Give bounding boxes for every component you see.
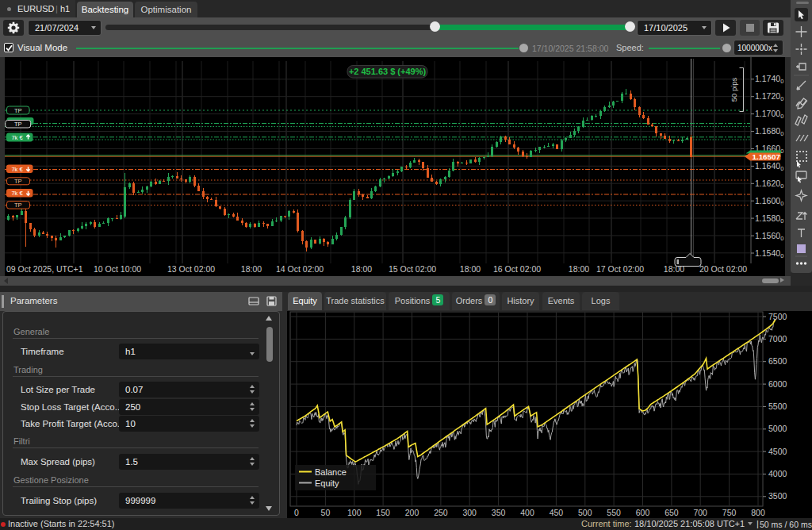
svg-text:16 Oct 02:00: 16 Oct 02:00 (493, 264, 541, 274)
svg-text:4500: 4500 (768, 447, 787, 456)
svg-text:TP: TP (14, 178, 22, 185)
svg-text:600: 600 (636, 508, 650, 517)
svg-text:300: 300 (462, 508, 477, 517)
svg-text:700: 700 (693, 508, 707, 517)
svg-text:6000: 6000 (768, 379, 787, 389)
svg-text:800: 800 (751, 508, 765, 517)
svg-text:+2 451.63 $ (+49%): +2 451.63 $ (+49%) (349, 67, 427, 76)
svg-text:1.16800: 1.16800 (755, 126, 783, 137)
svg-text:650: 650 (665, 508, 679, 517)
svg-text:09 Oct 2025, UTC+1: 09 Oct 2025, UTC+1 (6, 264, 83, 274)
svg-text:7000: 7000 (768, 334, 787, 344)
svg-text:1.17400: 1.17400 (755, 74, 783, 85)
svg-text:1.16400: 1.16400 (755, 161, 783, 172)
svg-text:100: 100 (347, 508, 362, 517)
svg-text:750: 750 (722, 508, 737, 517)
svg-text:TP: TP (14, 202, 22, 209)
svg-text:15 Oct 02:00: 15 Oct 02:00 (389, 264, 436, 274)
svg-text:1.15800: 1.15800 (755, 213, 783, 225)
svg-text:18:00: 18:00 (241, 264, 262, 274)
svg-text:5000: 5000 (768, 424, 787, 433)
svg-text:14 Oct 02:00: 14 Oct 02:00 (276, 264, 324, 274)
svg-text:350: 350 (492, 508, 506, 517)
svg-text:TP: TP (14, 107, 22, 114)
svg-text:3500: 3500 (768, 491, 787, 501)
svg-text:20 Oct 02:00: 20 Oct 02:00 (699, 264, 747, 274)
svg-text:1.15400: 1.15400 (755, 248, 783, 259)
svg-text:Equity: Equity (315, 478, 339, 488)
svg-text:250: 250 (434, 508, 448, 517)
svg-text:13 Oct 02:00: 13 Oct 02:00 (167, 264, 215, 274)
svg-text:1.16000: 1.16000 (755, 196, 783, 207)
svg-text:1.15600: 1.15600 (755, 231, 783, 242)
svg-text:150: 150 (376, 508, 390, 517)
svg-text:1.16507: 1.16507 (753, 152, 781, 161)
svg-text:17 Oct 02:00: 17 Oct 02:00 (596, 264, 644, 274)
svg-text:TP: TP (14, 121, 22, 128)
svg-text:18:00: 18:00 (569, 264, 589, 274)
svg-text:18:00: 18:00 (460, 264, 481, 274)
svg-text:1.16200: 1.16200 (755, 179, 783, 190)
svg-text:4000: 4000 (768, 469, 787, 478)
svg-text:6500: 6500 (768, 356, 787, 366)
svg-text:1.17200: 1.17200 (755, 91, 783, 102)
svg-text:500: 500 (578, 508, 592, 517)
svg-text:400: 400 (520, 508, 534, 517)
svg-text:18:00: 18:00 (664, 264, 684, 274)
svg-text:550: 550 (607, 508, 621, 517)
svg-text:7500: 7500 (768, 312, 787, 321)
svg-text:10 Oct 10:00: 10 Oct 10:00 (94, 264, 141, 274)
svg-text:7k €: 7k € (11, 166, 23, 173)
svg-text:50 pips: 50 pips (730, 77, 738, 102)
svg-text:450: 450 (550, 508, 564, 517)
svg-text:0: 0 (294, 508, 299, 517)
svg-text:7k €: 7k € (11, 190, 23, 197)
svg-text:Balance: Balance (315, 467, 347, 477)
svg-text:7k €: 7k € (11, 134, 23, 141)
svg-text:200: 200 (405, 508, 419, 517)
svg-text:50: 50 (321, 508, 331, 517)
svg-text:1.17000: 1.17000 (755, 109, 783, 120)
svg-text:18:00: 18:00 (351, 264, 372, 274)
svg-text:5500: 5500 (768, 401, 787, 411)
